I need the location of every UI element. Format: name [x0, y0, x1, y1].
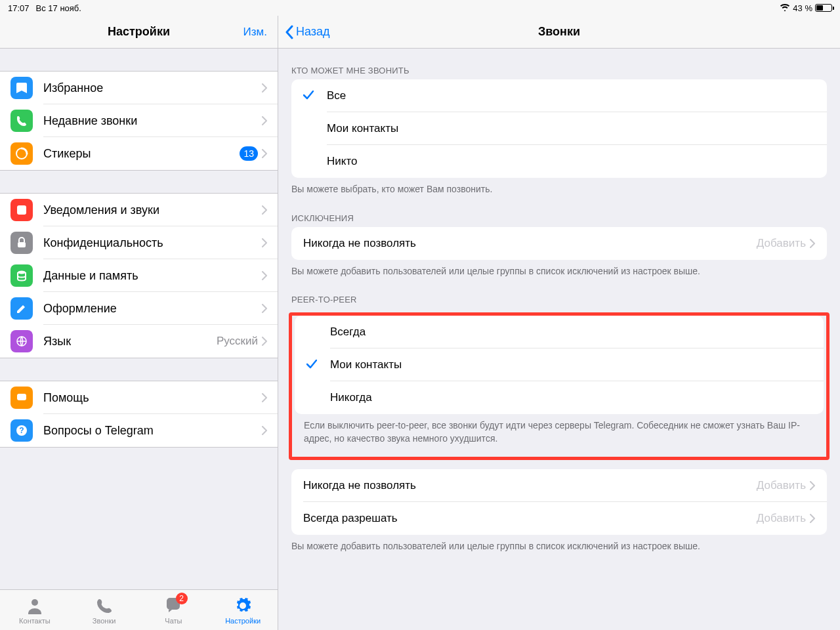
section-footer: Вы можете добавить пользователей или цел… [278, 260, 840, 278]
option-row[interactable]: Мои контакты [291, 112, 827, 145]
chevron-right-icon [262, 393, 267, 402]
sidebar-content: ИзбранноеНедавние звонкиСтикеры13 Уведом… [0, 49, 278, 589]
row-icon [10, 232, 33, 254]
row-badge: 13 [240, 146, 258, 161]
option-row[interactable]: Все [291, 79, 827, 112]
svg-point-8 [23, 396, 24, 398]
sidebar-item[interactable]: Стикеры13 [0, 137, 278, 170]
row-value: Добавить [757, 479, 806, 492]
sidebar-item[interactable]: ЯзыкРусский [0, 325, 278, 358]
back-button[interactable]: Назад [285, 25, 330, 39]
svg-point-11 [32, 599, 38, 606]
gear-icon [233, 596, 253, 616]
row-icon [10, 387, 33, 409]
row-label: Данные и память [43, 269, 262, 283]
row-icon [10, 264, 33, 287]
row-label: Стикеры [43, 147, 240, 161]
option-label: Никогда [330, 391, 372, 404]
row-icon: ? [10, 419, 33, 442]
row-label: Избранное [43, 81, 262, 95]
always-allow-row[interactable]: Всегда разрешать Добавить [291, 502, 827, 535]
chevron-right-icon [262, 116, 267, 125]
chevron-right-icon [810, 481, 815, 490]
person-icon [25, 596, 45, 616]
option-label: Всегда [330, 326, 366, 339]
row-icon [10, 199, 33, 221]
option-label: Все [327, 89, 346, 102]
back-label: Назад [296, 25, 330, 39]
tab-label: Настройки [225, 617, 261, 625]
sidebar-item[interactable]: ?Вопросы о Telegram [0, 414, 278, 447]
option-row[interactable]: Мои контакты [295, 348, 824, 381]
option-label: Никто [327, 155, 357, 168]
option-label: Мои контакты [327, 122, 398, 135]
tab-label: Контакты [19, 617, 51, 625]
status-bar: 17:07 Вс 17 нояб. 43 % [0, 0, 840, 16]
chevron-right-icon [262, 205, 267, 215]
row-label: Недавние звонки [43, 114, 262, 128]
tab-contacts[interactable]: Контакты [0, 590, 70, 630]
tab-badge: 2 [176, 593, 188, 604]
never-allow-row[interactable]: Никогда не позволять Добавить [291, 227, 827, 260]
main-header: Назад Звонки [278, 16, 840, 49]
sidebar-item[interactable]: Оформление [0, 292, 278, 325]
option-row[interactable]: Никогда [295, 381, 824, 414]
tab-chats[interactable]: 2 Чаты [139, 590, 209, 630]
tab-label: Чаты [165, 617, 182, 625]
edit-button[interactable]: Изм. [243, 26, 267, 39]
sidebar-item[interactable]: Уведомления и звуки [0, 194, 278, 226]
row-label: Конфиденциальность [43, 236, 262, 250]
row-value: Добавить [757, 512, 806, 525]
chevron-right-icon [810, 239, 815, 248]
tab-calls[interactable]: Звонки [70, 590, 139, 630]
wifi-icon [780, 3, 790, 13]
sidebar-item[interactable]: Помощь [0, 381, 278, 414]
chevron-right-icon [262, 304, 267, 313]
never-allow-row[interactable]: Никогда не позволять Добавить [291, 469, 827, 502]
p2p-section: ВсегдаМои контактыНикогда [295, 316, 824, 414]
chevron-right-icon [262, 337, 267, 346]
row-label: Оформление [43, 302, 262, 316]
section-footer: Если выключить peer-to-peer, все звонки … [292, 414, 826, 445]
svg-point-6 [19, 396, 20, 398]
exceptions2-section: Никогда не позволять Добавить Всегда раз… [291, 469, 827, 535]
chevron-right-icon [262, 83, 267, 93]
row-icon [10, 142, 33, 165]
row-icon [10, 110, 33, 132]
chevron-right-icon [262, 149, 267, 158]
option-label: Мои контакты [330, 358, 402, 371]
chevron-right-icon [262, 271, 267, 280]
tab-label: Звонки [93, 617, 116, 625]
sidebar-header: Настройки Изм. [0, 16, 278, 49]
sidebar-item[interactable]: Недавние звонки [0, 104, 278, 137]
row-icon [10, 330, 33, 352]
sidebar-item[interactable]: Данные и память [0, 259, 278, 292]
sidebar: Настройки Изм. ИзбранноеНедавние звонкиС… [0, 16, 278, 630]
main-title: Звонки [538, 25, 580, 39]
row-value: Добавить [757, 237, 806, 250]
battery-percent: 43 % [793, 3, 812, 13]
section-header-who-can-call: КТО МОЖЕТ МНЕ ЗВОНИТЬ [278, 49, 840, 79]
row-icon [10, 297, 33, 320]
row-label: Уведомления и звуки [43, 203, 262, 217]
option-row[interactable]: Никто [291, 145, 827, 178]
section-header-p2p: PEER-TO-PEER [278, 278, 840, 308]
sidebar-item[interactable]: Избранное [0, 72, 278, 104]
status-date: Вс 17 нояб. [36, 3, 81, 13]
tab-bar: Контакты Звонки 2 Чаты Настройки [0, 589, 278, 630]
exceptions-section: Никогда не позволять Добавить [291, 227, 827, 260]
row-label: Помощь [43, 391, 262, 405]
tab-settings[interactable]: Настройки [208, 590, 278, 630]
main-panel: Назад Звонки КТО МОЖЕТ МНЕ ЗВОНИТЬ ВсеМо… [278, 16, 840, 630]
sidebar-item[interactable]: Конфиденциальность [0, 226, 278, 259]
svg-rect-1 [17, 205, 26, 215]
chevron-right-icon [810, 514, 815, 523]
sidebar-title: Настройки [108, 25, 170, 39]
chevron-left-icon [285, 25, 293, 39]
status-time: 17:07 [8, 3, 30, 13]
row-label: Вопросы о Telegram [43, 424, 262, 438]
option-row[interactable]: Всегда [295, 316, 824, 348]
phone-icon [94, 596, 114, 616]
row-label: Никогда не позволять [303, 237, 757, 250]
highlight-box: ВсегдаМои контактыНикогда Если выключить… [289, 312, 830, 460]
